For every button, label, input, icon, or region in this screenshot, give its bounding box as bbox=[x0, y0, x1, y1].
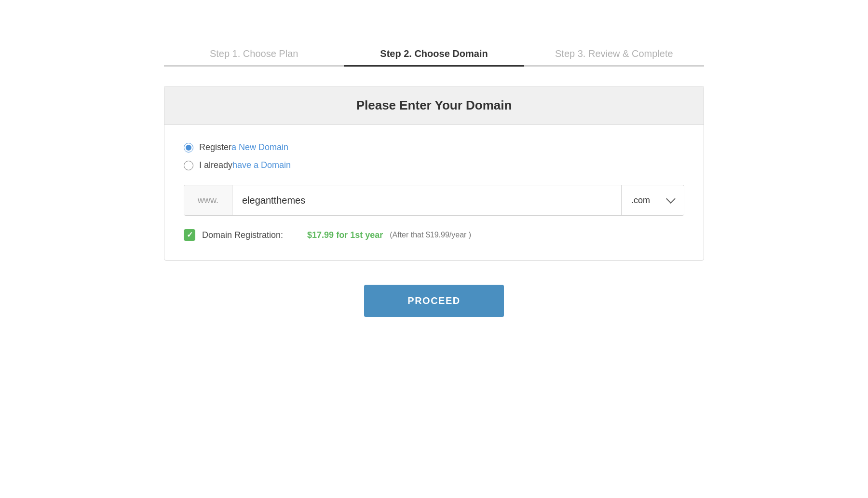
step-1-label: Step 1. Choose Plan bbox=[210, 48, 298, 59]
domain-tld-value: .com bbox=[631, 195, 650, 206]
step-3-underline bbox=[524, 65, 704, 67]
card-title: Please Enter Your Domain bbox=[184, 98, 684, 113]
chevron-down-icon bbox=[666, 194, 676, 204]
domain-tld-select[interactable]: .com bbox=[621, 185, 684, 215]
steps-navigation: Step 1. Choose Plan Step 2. Choose Domai… bbox=[164, 48, 704, 67]
domain-registration-after-text: (After that $19.99/year ) bbox=[390, 231, 471, 239]
step-2-item[interactable]: Step 2. Choose Domain bbox=[344, 48, 524, 67]
register-new-radio[interactable] bbox=[184, 143, 193, 152]
step-3-label: Step 3. Review & Complete bbox=[555, 48, 673, 59]
domain-registration-price: $17.99 for 1st year bbox=[307, 230, 383, 240]
domain-registration-label: Domain Registration: bbox=[202, 230, 283, 240]
domain-card: Please Enter Your Domain Register a New … bbox=[164, 86, 704, 261]
page-container: Step 1. Choose Plan Step 2. Choose Domai… bbox=[0, 0, 868, 317]
step-2-underline bbox=[344, 65, 524, 67]
step-1-underline bbox=[164, 65, 344, 67]
already-have-link[interactable]: have a Domain bbox=[232, 160, 291, 170]
registration-row: ✓ Domain Registration: $17.99 for 1st ye… bbox=[184, 229, 684, 241]
card-header: Please Enter Your Domain bbox=[164, 86, 704, 125]
already-have-radio[interactable] bbox=[184, 161, 193, 170]
checkmark-icon: ✓ bbox=[187, 231, 193, 239]
proceed-button[interactable]: PROCEED bbox=[364, 285, 503, 317]
card-body: Register a New Domain I already have a D… bbox=[164, 125, 704, 260]
radio-group: Register a New Domain I already have a D… bbox=[184, 142, 684, 170]
domain-text-input[interactable] bbox=[232, 185, 621, 215]
register-new-text: Register bbox=[199, 142, 231, 152]
domain-registration-checkbox-container: ✓ Domain Registration: bbox=[184, 229, 283, 241]
register-new-option[interactable]: Register a New Domain bbox=[184, 142, 684, 152]
domain-input-row: www. .com bbox=[184, 185, 684, 216]
register-new-link[interactable]: a New Domain bbox=[231, 142, 288, 152]
proceed-button-container: PROCEED bbox=[364, 285, 503, 317]
already-have-option[interactable]: I already have a Domain bbox=[184, 160, 684, 170]
already-have-text: I already bbox=[199, 160, 232, 170]
step-1-item[interactable]: Step 1. Choose Plan bbox=[164, 48, 344, 67]
step-3-item[interactable]: Step 3. Review & Complete bbox=[524, 48, 704, 67]
step-2-label: Step 2. Choose Domain bbox=[380, 48, 488, 59]
www-prefix: www. bbox=[184, 185, 232, 215]
domain-registration-checkbox[interactable]: ✓ bbox=[184, 229, 195, 241]
